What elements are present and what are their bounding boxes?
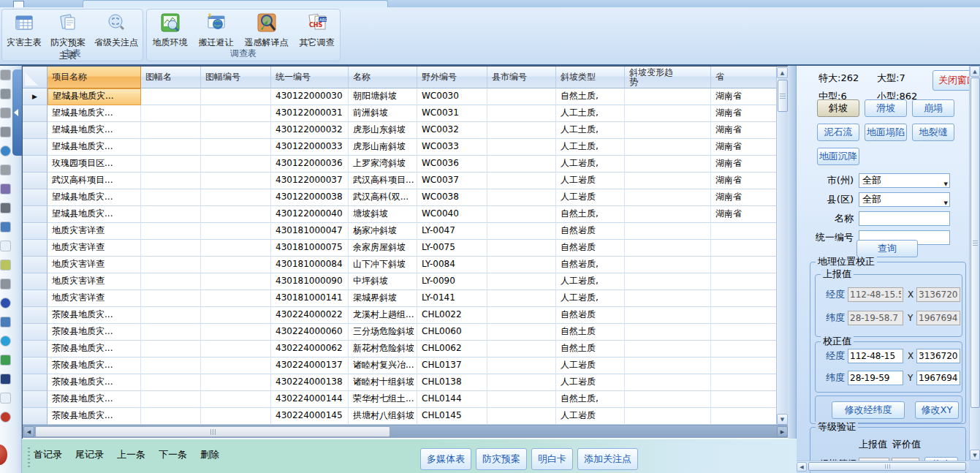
row-selector[interactable] — [23, 189, 48, 206]
column-header[interactable]: 斜坡变形趋势 — [625, 67, 711, 88]
table-cell[interactable]: CHL0062 — [417, 341, 487, 357]
table-cell[interactable]: WC0037 — [417, 173, 487, 189]
table-cell[interactable] — [625, 391, 711, 408]
table-cell[interactable] — [711, 391, 777, 408]
corrected-longitude-input[interactable] — [848, 349, 903, 363]
table-cell[interactable] — [625, 257, 711, 273]
table-cell[interactable] — [201, 206, 271, 223]
table-cell[interactable] — [625, 408, 711, 425]
disaster-type-button[interactable]: 崩塌 — [912, 99, 954, 117]
table-cell[interactable] — [141, 341, 201, 357]
table-cell[interactable]: 望城县地质灾... — [48, 88, 141, 105]
window-mini-icon[interactable] — [13, 1, 24, 7]
scroll-up-arrow[interactable]: ▲ — [777, 67, 788, 78]
table-cell[interactable]: 玫瑰园项目区... — [48, 156, 141, 173]
left-tool-icon[interactable] — [1, 336, 10, 346]
table-cell[interactable] — [711, 273, 777, 290]
toolbar-grip[interactable] — [28, 445, 30, 467]
table-cell[interactable]: 自然岩质 — [556, 223, 625, 240]
table-cell[interactable]: 湖南省 — [711, 189, 777, 206]
table-cell[interactable]: 望城县地质灾... — [48, 139, 141, 156]
row-selector[interactable] — [23, 122, 48, 139]
table-cell[interactable]: 新花村危险斜坡 — [349, 341, 417, 357]
bottom-action-button[interactable]: 防灾预案 — [476, 448, 527, 470]
row-selector[interactable] — [23, 105, 48, 122]
table-cell[interactable]: 自然土质 — [556, 324, 625, 341]
table-cell[interactable]: 430224000022 — [271, 307, 349, 324]
table-cell[interactable]: 望城县地质灾... — [48, 105, 141, 122]
column-header[interactable]: 县市编号 — [487, 67, 556, 88]
table-cell[interactable] — [487, 290, 556, 307]
table-cell[interactable] — [711, 341, 777, 357]
left-tool-icon[interactable] — [1, 222, 10, 232]
table-cell[interactable] — [201, 391, 271, 408]
table-cell[interactable] — [141, 324, 201, 341]
table-cell[interactable]: 湖南省 — [711, 122, 777, 139]
table-cell[interactable] — [487, 307, 556, 324]
table-cell[interactable] — [201, 105, 271, 122]
table-cell[interactable]: WC0032 — [417, 122, 487, 139]
table-cell[interactable] — [201, 240, 271, 257]
table-cell[interactable]: 地质灾害详查 — [48, 240, 141, 257]
table-cell[interactable] — [141, 374, 201, 391]
table-cell[interactable]: 武汉高科项目... — [349, 173, 417, 189]
table-cell[interactable]: 430122000037 — [271, 173, 349, 189]
table-cell[interactable] — [625, 290, 711, 307]
table-cell[interactable] — [625, 324, 711, 341]
remote-sensing-points-button[interactable]: 遥感解译点 — [243, 11, 291, 50]
table-cell[interactable] — [487, 156, 556, 173]
table-cell[interactable]: 虎形山东斜坡 — [349, 122, 417, 139]
table-cell[interactable] — [711, 408, 777, 425]
table-cell[interactable]: 龙溪村上趟组... — [349, 307, 417, 324]
table-cell[interactable] — [711, 357, 777, 374]
horizontal-scroll-thumb[interactable] — [808, 462, 966, 471]
row-selector[interactable] — [23, 156, 48, 173]
table-cell[interactable] — [625, 206, 711, 223]
disaster-main-table-button[interactable]: 灾害主表 — [4, 11, 44, 50]
table-cell[interactable] — [201, 341, 271, 357]
disaster-type-button[interactable]: 滑坡 — [865, 99, 907, 117]
table-cell[interactable] — [711, 307, 777, 324]
city-dropdown[interactable]: 全部▼ — [859, 173, 950, 188]
table-cell[interactable] — [711, 240, 777, 257]
table-cell[interactable]: CHL0060 — [417, 324, 487, 341]
table-cell[interactable] — [625, 156, 711, 173]
table-cell[interactable] — [487, 139, 556, 156]
table-cell[interactable]: 430224000144 — [271, 391, 349, 408]
table-cell[interactable] — [487, 374, 556, 391]
table-cell[interactable] — [201, 173, 271, 189]
table-cell[interactable]: 茶陵县地质灾... — [48, 341, 141, 357]
disaster-type-button[interactable]: 斜坡 — [817, 99, 859, 117]
left-tool-icon[interactable] — [1, 374, 10, 384]
table-cell[interactable]: 望城县地质灾... — [48, 189, 141, 206]
table-cell[interactable]: LY-0090 — [417, 273, 487, 290]
table-cell[interactable]: 自然土质, — [556, 206, 625, 223]
table-cell[interactable] — [487, 341, 556, 357]
grid-corner-cell[interactable] — [23, 67, 48, 88]
table-cell[interactable]: 自然土质, — [556, 88, 625, 105]
table-cell[interactable] — [625, 374, 711, 391]
scroll-down-arrow[interactable]: ▼ — [777, 414, 788, 425]
column-header[interactable]: 省 — [711, 67, 777, 88]
bottom-action-button[interactable]: 添加关注点 — [577, 448, 638, 470]
panel-horizontal-scrollbar[interactable]: ◀ — [797, 461, 969, 472]
table-cell[interactable]: 武汉高科项目... — [48, 173, 141, 189]
table-cell[interactable]: 湖南省 — [711, 156, 777, 173]
table-cell[interactable] — [201, 324, 271, 341]
table-cell[interactable]: 430224000137 — [271, 357, 349, 374]
row-selector[interactable] — [23, 223, 48, 240]
table-cell[interactable]: WC0036 — [417, 156, 487, 173]
table-cell[interactable]: 虎形山南斜坡 — [349, 139, 417, 156]
table-cell[interactable] — [141, 240, 201, 257]
scroll-up-arrow[interactable]: ▲ — [970, 66, 980, 77]
table-cell[interactable]: 430224000060 — [271, 324, 349, 341]
left-tool-icon[interactable] — [1, 146, 10, 156]
row-selector[interactable] — [23, 341, 48, 357]
modify-xy-button[interactable]: 修改XY — [915, 401, 959, 419]
scroll-right-arrow[interactable]: ▶ — [777, 426, 788, 437]
table-cell[interactable]: 地质灾害详查 — [48, 257, 141, 273]
left-tool-icon[interactable] — [1, 260, 10, 270]
table-cell[interactable] — [141, 88, 201, 105]
table-cell[interactable] — [141, 408, 201, 425]
left-tool-icon[interactable] — [1, 89, 10, 99]
